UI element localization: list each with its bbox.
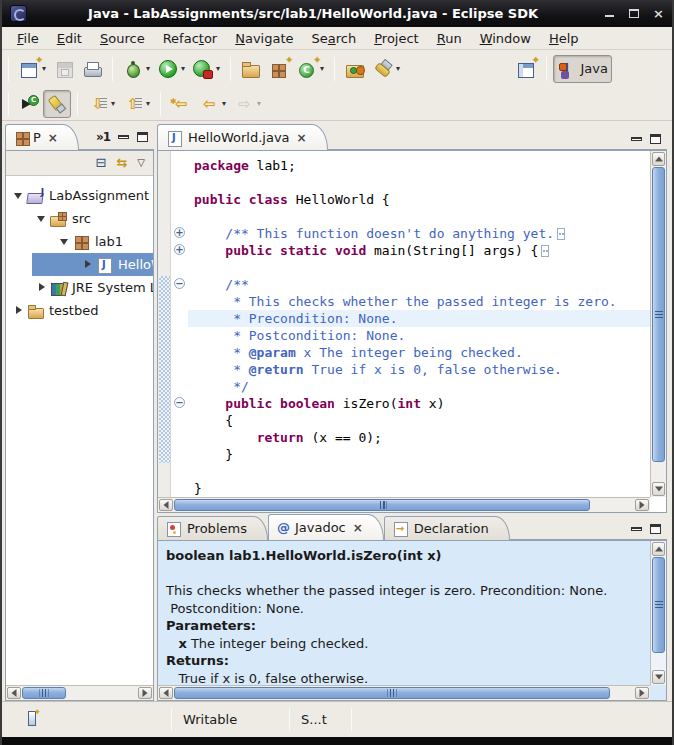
open-type-button[interactable] — [341, 55, 369, 83]
collapse-fold-icon[interactable]: − — [174, 278, 185, 289]
new-wizard-button[interactable]: ▾ — [15, 55, 50, 83]
menu-search[interactable]: Search — [303, 29, 366, 48]
maximize-view-icon[interactable] — [650, 524, 661, 534]
search-button[interactable]: ▾ — [369, 55, 404, 83]
tree-item-src[interactable]: src — [6, 207, 153, 230]
expand-arrow-icon[interactable] — [83, 260, 92, 269]
javadoc-vscrollbar[interactable] — [650, 541, 666, 685]
collapse-arrow-icon[interactable] — [60, 237, 69, 246]
run-external-button[interactable]: ▾ — [189, 55, 224, 83]
scroll-left-icon[interactable] — [159, 687, 173, 699]
expand-arrow-icon[interactable] — [14, 306, 23, 315]
link-with-editor-icon[interactable]: ⇆ — [116, 156, 127, 170]
tab-declaration[interactable]: Declaration — [384, 516, 510, 540]
more-views-badge[interactable]: »1 — [96, 130, 110, 144]
package-explorer-hscrollbar[interactable] — [6, 685, 153, 700]
fast-view-icon[interactable] — [28, 711, 36, 726]
dropdown-chevron-icon[interactable]: ▾ — [42, 64, 46, 73]
javadoc-hscrollbar[interactable] — [158, 685, 650, 700]
java-perspective-button[interactable]: Java — [553, 55, 612, 83]
scrollbar-thumb[interactable] — [174, 687, 610, 699]
collapsed-region-icon[interactable] — [541, 245, 549, 257]
menu-run[interactable]: Run — [428, 29, 471, 48]
tree-item-jre-system-l[interactable]: JRE System L — [6, 276, 153, 299]
close-icon[interactable]: × — [353, 521, 363, 535]
mark-occurrences-button[interactable] — [43, 90, 71, 118]
new-package-button[interactable] — [265, 55, 293, 83]
dropdown-chevron-icon[interactable]: ▾ — [257, 99, 261, 108]
tree-item-hellow[interactable]: HelloW — [6, 253, 153, 276]
scroll-up-icon[interactable] — [652, 542, 665, 556]
back-button[interactable]: ⇦▾ — [195, 90, 230, 118]
window-close-icon[interactable]: × — [653, 9, 664, 18]
tree-item-testbed[interactable]: testbed — [6, 299, 153, 322]
code-text-area[interactable]: package lab1;public class HelloWorld { /… — [188, 151, 650, 497]
tree-item-labassignment[interactable]: LabAssignment — [6, 184, 153, 207]
window-minimize-icon[interactable] — [605, 9, 615, 18]
dropdown-chevron-icon[interactable]: ▾ — [222, 99, 226, 108]
collapsed-region-icon[interactable] — [557, 228, 565, 240]
tab-javadoc[interactable]: @ Javadoc × — [268, 514, 384, 540]
annotation-ruler[interactable] — [158, 151, 171, 497]
menu-file[interactable]: File — [8, 29, 48, 48]
menu-help[interactable]: Help — [540, 29, 588, 48]
tab-helloworld-java[interactable]: HelloWorld.java × — [157, 124, 328, 150]
minimize-view-icon[interactable] — [631, 527, 642, 531]
menu-window[interactable]: Window — [471, 29, 540, 48]
menu-project[interactable]: Project — [365, 29, 428, 48]
prev-annotation-button[interactable]: ⇧▾ — [119, 90, 154, 118]
view-menu-icon[interactable]: ▽ — [137, 156, 145, 170]
next-annotation-button[interactable]: ⇩▾ — [84, 90, 119, 118]
new-class-button[interactable]: ▾ — [293, 55, 328, 83]
scrollbar-thumb[interactable] — [652, 167, 665, 462]
show-source-button[interactable] — [15, 90, 43, 118]
scroll-up-icon[interactable] — [652, 152, 665, 166]
scroll-down-icon[interactable] — [652, 670, 665, 684]
last-edit-location-button[interactable]: ⇦ — [167, 90, 195, 118]
scroll-left-icon[interactable] — [159, 499, 173, 511]
open-perspective-button[interactable] — [512, 55, 540, 83]
menu-source[interactable]: Source — [91, 29, 154, 48]
scroll-right-icon[interactable] — [138, 687, 152, 699]
window-maximize-icon[interactable] — [629, 9, 639, 18]
print-button[interactable] — [78, 55, 106, 83]
close-icon[interactable]: × — [48, 131, 58, 145]
new-java-project-button[interactable] — [237, 55, 265, 83]
dropdown-chevron-icon[interactable]: ▾ — [146, 64, 150, 73]
run-button[interactable]: ▾ — [154, 55, 189, 83]
tab-package-explorer[interactable]: P × — [5, 124, 79, 150]
dropdown-chevron-icon[interactable]: ▾ — [320, 64, 324, 73]
debug-button[interactable]: ▾ — [119, 55, 154, 83]
editor-vscrollbar[interactable] — [650, 151, 666, 497]
collapse-fold-icon[interactable]: − — [174, 397, 185, 408]
minimize-view-icon[interactable] — [118, 135, 129, 139]
dropdown-chevron-icon[interactable]: ▾ — [181, 64, 185, 73]
minimize-view-icon[interactable] — [631, 137, 642, 141]
close-icon[interactable]: × — [297, 131, 307, 145]
collapse-arrow-icon[interactable] — [14, 191, 23, 200]
scroll-right-icon[interactable] — [635, 687, 649, 699]
scrollbar-thumb[interactable] — [22, 687, 66, 699]
scroll-right-icon[interactable] — [635, 499, 649, 511]
dropdown-chevron-icon[interactable]: ▾ — [146, 99, 150, 108]
expand-arrow-icon[interactable] — [37, 283, 46, 292]
tree-item-lab1[interactable]: lab1 — [6, 230, 153, 253]
menu-edit[interactable]: Edit — [48, 29, 91, 48]
scrollbar-thumb[interactable] — [174, 499, 590, 511]
tab-problems[interactable]: Problems — [157, 516, 268, 540]
dropdown-chevron-icon[interactable]: ▾ — [396, 64, 400, 73]
scroll-left-icon[interactable] — [7, 687, 21, 699]
menu-navigate[interactable]: Navigate — [226, 29, 302, 48]
scrollbar-thumb[interactable] — [652, 557, 665, 653]
collapse-all-icon[interactable]: ⊟ — [95, 156, 106, 170]
collapse-arrow-icon[interactable] — [37, 214, 46, 223]
editor-hscrollbar[interactable] — [158, 497, 650, 512]
dropdown-chevron-icon[interactable]: ▾ — [111, 99, 115, 108]
expand-fold-icon[interactable]: + — [174, 244, 185, 255]
scroll-down-icon[interactable] — [652, 482, 665, 496]
expand-fold-icon[interactable]: + — [174, 227, 185, 238]
menu-refactor[interactable]: Refactor — [154, 29, 227, 48]
maximize-view-icon[interactable] — [137, 132, 148, 142]
maximize-view-icon[interactable] — [650, 134, 661, 144]
dropdown-chevron-icon[interactable]: ▾ — [216, 64, 220, 73]
